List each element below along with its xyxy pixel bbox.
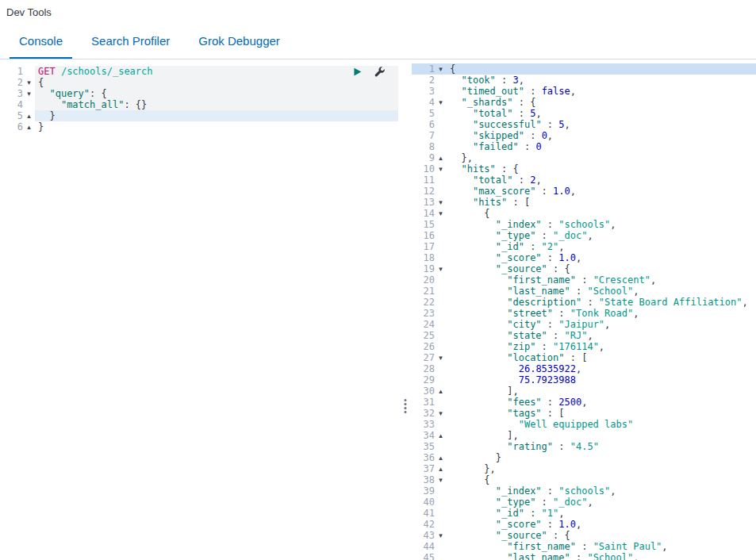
line-number: 41 — [414, 508, 435, 519]
gutter-cell: 17 — [412, 241, 447, 252]
response-line-6[interactable]: 6 "successful" : 5, — [412, 119, 756, 130]
response-line-37[interactable]: 37▴ }, — [412, 463, 756, 474]
tab-console[interactable]: Console — [10, 22, 72, 59]
request-line-6[interactable]: 6▴} — [0, 121, 398, 132]
response-line-12[interactable]: 12 "max_score" : 1.0, — [412, 186, 756, 197]
response-line-32[interactable]: 32▾ "tags" : [ — [412, 408, 756, 419]
gutter-cell: 28 — [412, 363, 447, 374]
tab-grok-debugger[interactable]: Grok Debugger — [189, 22, 290, 59]
response-line-18[interactable]: 18 "_score" : 1.0, — [412, 252, 756, 263]
response-line-16[interactable]: 16 "_type" : "_doc", — [412, 230, 756, 241]
code-text: { — [447, 208, 756, 219]
response-line-7[interactable]: 7 "skipped" : 0, — [412, 130, 756, 141]
response-line-33[interactable]: 33 "Well equipped labs" — [412, 419, 756, 430]
send-request-button[interactable] — [351, 67, 363, 79]
response-line-41[interactable]: 41 "_id" : "1", — [412, 508, 756, 519]
request-line-2[interactable]: 2▾{ — [0, 77, 398, 88]
response-line-17[interactable]: 17 "_id" : "2", — [412, 241, 756, 252]
line-number: 30 — [414, 385, 435, 397]
request-line-5[interactable]: 5▴ } — [0, 110, 398, 121]
line-number: 5 — [414, 108, 435, 119]
response-line-23[interactable]: 23 "street" : "Tonk Road", — [412, 308, 756, 319]
response-line-39[interactable]: 39 "_index" : "schools", — [412, 485, 756, 497]
chevron-down-icon[interactable]: ▾ — [435, 97, 447, 108]
code-text: 26.8535922, — [447, 363, 756, 374]
response-line-38[interactable]: 38▾ { — [412, 474, 756, 485]
line-number: 21 — [414, 286, 435, 297]
chevron-down-icon[interactable]: ▾ — [435, 474, 447, 485]
chevron-up-icon[interactable]: ▴ — [435, 385, 447, 397]
response-line-40[interactable]: 40 "_type" : "_doc", — [412, 497, 756, 508]
request-options-button[interactable] — [374, 67, 386, 79]
response-line-34[interactable]: 34▴ ], — [412, 430, 756, 441]
chevron-down-icon[interactable]: ▾ — [435, 63, 447, 75]
response-line-20[interactable]: 20 "first_name" : "Crescent", — [412, 274, 756, 286]
chevron-up-icon[interactable]: ▴ — [435, 463, 447, 474]
response-line-27[interactable]: 27▾ "location" : [ — [412, 352, 756, 363]
response-line-10[interactable]: 10▾ "hits" : { — [412, 163, 756, 175]
gutter-cell: 20 — [412, 274, 447, 286]
response-line-2[interactable]: 2 "took" : 3, — [412, 75, 756, 86]
chevron-down-icon[interactable]: ▾ — [435, 263, 447, 274]
code-text: 75.7923988 — [447, 374, 756, 385]
chevron-up-icon[interactable]: ▴ — [435, 152, 447, 163]
response-line-5[interactable]: 5 "total" : 5, — [412, 108, 756, 119]
chevron-down-icon[interactable]: ▾ — [435, 163, 447, 175]
chevron-up-icon[interactable]: ▴ — [23, 121, 35, 132]
gutter-cell: 7 — [412, 130, 447, 141]
response-line-14[interactable]: 14▾ { — [412, 208, 756, 219]
response-line-13[interactable]: 13▾ "hits" : [ — [412, 197, 756, 208]
gutter-cell: 36▴ — [412, 452, 447, 463]
response-line-36[interactable]: 36▴ } — [412, 452, 756, 463]
response-line-45[interactable]: 45 "last_name" : "School", — [412, 552, 756, 560]
gutter-cell: 3▾ — [0, 88, 35, 99]
chevron-down-icon[interactable]: ▾ — [435, 208, 447, 219]
response-line-3[interactable]: 3 "timed_out" : false, — [412, 86, 756, 97]
response-line-22[interactable]: 22 "description" : "State Board Affiliat… — [412, 297, 756, 308]
response-line-31[interactable]: 31 "fees" : 2500, — [412, 397, 756, 408]
response-line-44[interactable]: 44 "first_name" : "Saint Paul", — [412, 541, 756, 552]
response-line-35[interactable]: 35 "rating" : "4.5" — [412, 441, 756, 452]
chevron-up-icon[interactable]: ▴ — [435, 452, 447, 463]
code-text: "first_name" : "Saint Paul", — [447, 541, 756, 552]
chevron-down-icon[interactable]: ▾ — [435, 408, 447, 419]
response-line-26[interactable]: 26 "zip" : "176114", — [412, 341, 756, 352]
response-line-19[interactable]: 19▾ "_source" : { — [412, 263, 756, 274]
response-line-9[interactable]: 9▴ }, — [412, 152, 756, 163]
request-line-3[interactable]: 3▾ "query": { — [0, 88, 398, 99]
line-number: 3 — [2, 88, 23, 99]
chevron-down-icon[interactable]: ▾ — [435, 352, 447, 363]
response-line-11[interactable]: 11 "total" : 2, — [412, 175, 756, 186]
response-line-42[interactable]: 42 "_score" : 1.0, — [412, 519, 756, 530]
response-line-29[interactable]: 29 75.7923988 — [412, 374, 756, 385]
request-line-1[interactable]: 1GET /schools/_search — [0, 66, 398, 77]
response-line-30[interactable]: 30▴ ], — [412, 385, 756, 397]
request-line-4[interactable]: 4 "match_all": {} — [0, 99, 398, 110]
tab-search-profiler[interactable]: Search Profiler — [82, 22, 179, 59]
chevron-down-icon[interactable]: ▾ — [23, 77, 35, 88]
chevron-down-icon[interactable]: ▾ — [435, 530, 447, 541]
line-number: 4 — [2, 99, 23, 110]
code-text: "hits" : { — [447, 163, 756, 175]
gutter-cell: 6 — [412, 119, 447, 130]
code-text: "tags" : [ — [447, 408, 756, 419]
chevron-down-icon[interactable]: ▾ — [435, 197, 447, 208]
response-line-24[interactable]: 24 "city" : "Jaipur", — [412, 319, 756, 330]
chevron-up-icon[interactable]: ▴ — [23, 110, 35, 121]
response-line-1[interactable]: 1▾{ — [412, 63, 756, 75]
code-text: "location" : [ — [447, 352, 756, 363]
line-number: 20 — [414, 274, 435, 286]
response-viewer[interactable]: 1▾{2 "took" : 3,3 "timed_out" : false,4▾… — [412, 59, 756, 560]
response-line-8[interactable]: 8 "failed" : 0 — [412, 141, 756, 152]
line-number: 27 — [414, 352, 435, 363]
request-editor[interactable]: 1GET /schools/_search2▾{3▾ "query": {4 "… — [0, 59, 398, 560]
chevron-down-icon[interactable]: ▾ — [23, 88, 35, 99]
chevron-up-icon[interactable]: ▴ — [435, 430, 447, 441]
response-line-25[interactable]: 25 "state" : "RJ", — [412, 330, 756, 341]
response-line-4[interactable]: 4▾ "_shards" : { — [412, 97, 756, 108]
panel-resizer[interactable] — [398, 59, 412, 560]
response-line-43[interactable]: 43▾ "_source" : { — [412, 530, 756, 541]
response-line-15[interactable]: 15 "_index" : "schools", — [412, 219, 756, 230]
response-line-28[interactable]: 28 26.8535922, — [412, 363, 756, 374]
response-line-21[interactable]: 21 "last_name" : "School", — [412, 286, 756, 297]
